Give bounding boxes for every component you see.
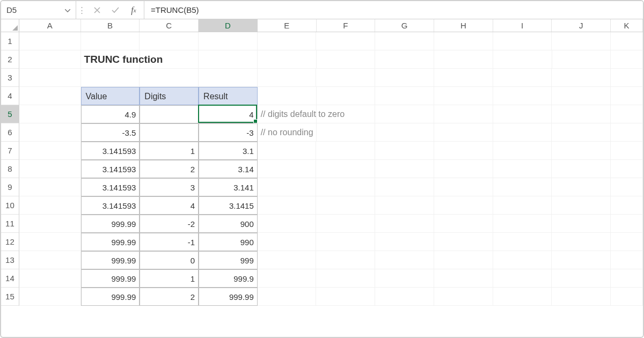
cell[interactable] (434, 288, 493, 306)
enter-check-icon[interactable] (109, 4, 121, 16)
table-cell-digits[interactable]: -2 (140, 215, 199, 233)
cell[interactable] (375, 288, 434, 306)
col-header-E[interactable]: E (258, 19, 317, 32)
cell[interactable] (258, 87, 317, 105)
row-header[interactable]: 9 (1, 178, 19, 196)
row-header[interactable]: 10 (1, 196, 19, 215)
cell[interactable] (493, 105, 552, 123)
cell[interactable] (375, 50, 434, 69)
cell[interactable] (434, 69, 493, 87)
cell[interactable] (611, 215, 643, 233)
cell[interactable] (375, 32, 434, 50)
col-header-G[interactable]: G (375, 19, 434, 32)
table-cell-digits[interactable]: -1 (140, 233, 199, 251)
cell[interactable] (434, 123, 493, 142)
cell[interactable] (493, 288, 552, 306)
cell[interactable] (316, 69, 375, 87)
cell[interactable] (19, 32, 81, 50)
cell[interactable] (611, 233, 643, 251)
cell[interactable] (316, 233, 375, 251)
cell[interactable] (493, 269, 552, 288)
cell[interactable] (434, 251, 493, 269)
cell[interactable] (552, 105, 611, 123)
cell[interactable] (434, 32, 493, 50)
table-cell-digits[interactable] (140, 123, 199, 142)
cell[interactable] (552, 233, 611, 251)
cell[interactable] (19, 233, 81, 251)
cell[interactable] (316, 196, 375, 215)
cell[interactable] (552, 288, 611, 306)
cell[interactable] (199, 69, 258, 87)
table-cell-result[interactable]: 3.1 (199, 142, 258, 160)
cell[interactable] (19, 69, 81, 87)
table-cell-digits[interactable]: 1 (140, 142, 199, 160)
cell[interactable] (611, 105, 643, 123)
cell[interactable] (552, 251, 611, 269)
table-cell-value[interactable]: 999.99 (81, 269, 140, 288)
table-cell-result[interactable]: 999.99 (199, 288, 258, 306)
cell[interactable] (258, 32, 317, 50)
cell[interactable] (258, 178, 317, 196)
cell[interactable] (258, 142, 317, 160)
table-cell-digits[interactable]: 2 (140, 288, 199, 306)
col-header-C[interactable]: C (140, 19, 199, 32)
cell[interactable] (316, 160, 375, 178)
cell[interactable] (611, 87, 643, 105)
cell[interactable] (140, 69, 199, 87)
table-cell-result[interactable]: 3.141 (199, 178, 258, 196)
cell[interactable] (552, 160, 611, 178)
table-cell-result[interactable]: 900 (199, 215, 258, 233)
table-cell-value[interactable]: 999.99 (81, 233, 140, 251)
table-cell-result[interactable]: 3.14 (199, 160, 258, 178)
cell[interactable] (19, 215, 81, 233)
cell[interactable] (493, 50, 552, 69)
cell[interactable] (316, 269, 375, 288)
cell[interactable] (317, 87, 376, 105)
row-header[interactable]: 13 (1, 251, 19, 269)
cell[interactable] (434, 178, 493, 196)
cell[interactable] (611, 50, 643, 69)
table-header-digits[interactable]: Digits (140, 87, 199, 105)
cell[interactable] (375, 196, 434, 215)
table-cell-digits[interactable]: 1 (140, 269, 199, 288)
title-cell[interactable]: TRUNC function (81, 50, 140, 69)
fx-icon[interactable]: fx (128, 4, 140, 16)
cell[interactable] (258, 269, 317, 288)
cell[interactable] (434, 215, 493, 233)
cell[interactable]: // no rounding (258, 123, 317, 142)
cell[interactable] (375, 251, 434, 269)
cell[interactable] (375, 123, 434, 142)
cell[interactable] (316, 32, 375, 50)
cell[interactable] (434, 196, 493, 215)
row-header[interactable]: 3 (1, 69, 19, 87)
table-cell-digits[interactable]: 2 (140, 160, 199, 178)
table-cell-result[interactable]: 4 (199, 105, 258, 123)
table-cell-digits[interactable]: 0 (140, 251, 199, 269)
cell[interactable] (493, 233, 552, 251)
spreadsheet-grid[interactable]: A B C D E F G H I J K 1 2 (1, 19, 643, 337)
cell[interactable] (493, 196, 552, 215)
cell[interactable] (611, 32, 643, 50)
cell[interactable] (375, 215, 434, 233)
row-header[interactable]: 6 (1, 123, 19, 142)
row-header[interactable]: 4 (1, 87, 19, 105)
cell[interactable] (552, 32, 611, 50)
formula-input[interactable]: =TRUNC(B5) (144, 1, 643, 19)
cell[interactable] (19, 288, 81, 306)
cell[interactable] (552, 142, 611, 160)
cell[interactable] (434, 50, 493, 69)
cell[interactable] (375, 233, 434, 251)
table-cell-result[interactable]: -3 (199, 123, 258, 142)
cell[interactable] (19, 50, 81, 69)
col-header-A[interactable]: A (19, 19, 81, 32)
cell[interactable] (19, 196, 81, 215)
col-header-F[interactable]: F (317, 19, 376, 32)
cell[interactable] (19, 142, 81, 160)
cell[interactable] (19, 269, 81, 288)
cell[interactable] (552, 50, 611, 69)
cell[interactable] (19, 87, 81, 105)
cell[interactable] (317, 105, 376, 123)
cell[interactable] (552, 269, 611, 288)
cell[interactable] (434, 269, 493, 288)
cell[interactable] (434, 233, 493, 251)
